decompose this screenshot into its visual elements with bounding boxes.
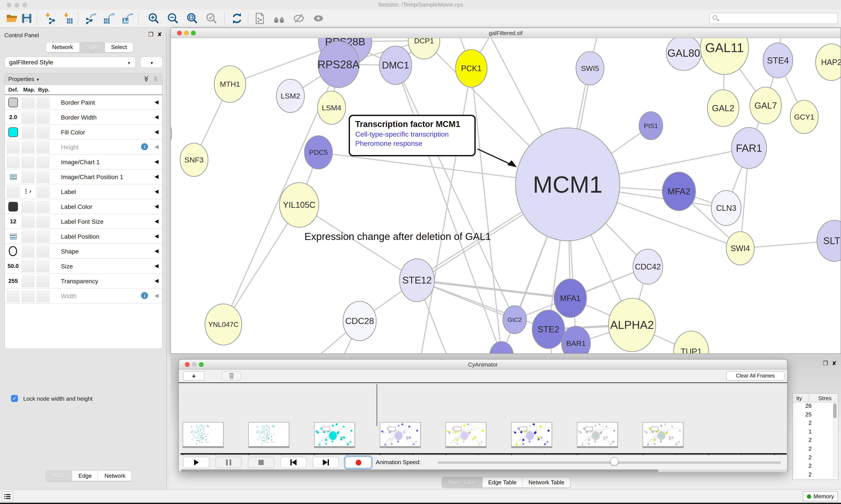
network-canvas[interactable]: RPS28BDCP1RPS28ADMC1PCK1MTH1LSM2LSM4SWI5… [171, 38, 841, 353]
frame-thumbnail-4[interactable] [446, 422, 487, 448]
skip-start-button[interactable] [280, 457, 307, 468]
zoom-fit-icon[interactable] [185, 11, 200, 26]
network-node-GAL80[interactable]: GAL80 [666, 38, 701, 71]
property-row-shape[interactable]: Shape◀ [5, 244, 162, 259]
expand-row-icon[interactable]: ◀ [155, 277, 159, 284]
table-row[interactable]: 1 [793, 428, 838, 437]
property-row-size[interactable]: 50.0Size◀ [5, 259, 162, 274]
network-node-GCY1[interactable]: GCY1 [790, 100, 818, 133]
table-scrollbar[interactable] [833, 403, 837, 478]
annotation-link[interactable]: Cell-type-specific transcription [355, 130, 469, 138]
network-node-GAL11[interactable]: GAL11 [700, 38, 749, 74]
table-row[interactable]: 2 [793, 445, 838, 454]
float-panel-icon[interactable]: ❐ [823, 360, 828, 366]
export-table-icon[interactable] [102, 11, 117, 26]
pause-button[interactable] [215, 457, 242, 468]
network-node-PIS1[interactable]: PIS1 [639, 112, 663, 140]
expand-row-icon[interactable]: ◀ [155, 263, 159, 269]
network-node-STE2[interactable]: STE2 [532, 310, 565, 348]
record-button[interactable] [345, 457, 372, 468]
collapse-all-icon[interactable]: ≫ [152, 75, 159, 82]
frame-thumbnail-3[interactable] [380, 422, 421, 448]
clear-all-frames-button[interactable]: Clear All Frames [726, 371, 785, 380]
cyanimator-hscrollbar[interactable] [180, 469, 787, 472]
import-table-icon[interactable] [60, 11, 75, 26]
network-node-SWI5[interactable]: SWI5 [576, 52, 604, 85]
tab-style[interactable]: Style [79, 42, 105, 52]
expand-row-icon[interactable]: ◀ [155, 248, 159, 254]
network-node-FAR1[interactable]: FAR1 [732, 127, 767, 168]
network-node-CLN3[interactable]: CLN3 [711, 191, 741, 226]
close-panel-icon[interactable]: ✘ [157, 31, 162, 38]
task-history-button[interactable] [2, 491, 13, 501]
tab-edge-table[interactable]: Edge Table [482, 477, 523, 487]
network-node-BAR1[interactable]: BAR1 [561, 326, 590, 353]
style-selector[interactable]: galFiltered Style ▼ [4, 56, 136, 68]
color-swatch[interactable] [8, 202, 18, 212]
network-node-MCM1[interactable]: MCM1 [516, 128, 620, 241]
property-row-label[interactable]: ⋮›Label◀ [5, 184, 162, 199]
expand-all-icon[interactable]: ≫ [143, 75, 150, 82]
network-node-STE12[interactable]: STE12 [399, 259, 434, 302]
property-row-label-color[interactable]: Label Color◀ [5, 199, 162, 214]
frame-thumbnail-6[interactable] [577, 422, 618, 448]
network-node-GAL2[interactable]: GAL2 [708, 90, 739, 127]
table-row[interactable]: 26 [793, 402, 838, 411]
cyanimator-titlebar[interactable]: CyAnimator [179, 360, 787, 370]
network-node-GIC2[interactable]: GIC2 [503, 306, 526, 334]
zoom-out-icon[interactable] [165, 11, 180, 26]
network-node-LSM2[interactable]: LSM2 [276, 79, 304, 112]
tab-network-style[interactable]: Network [99, 471, 131, 481]
color-swatch[interactable] [8, 127, 18, 137]
network-node-CDC28[interactable]: CDC28 [343, 301, 376, 341]
frame-thumbnail-7[interactable] [643, 422, 684, 448]
property-row-label-font-size[interactable]: 12Label Font Size◀ [5, 214, 162, 229]
network-node-STE4[interactable]: STE4 [763, 43, 793, 78]
export-image-icon[interactable] [120, 11, 135, 26]
lock-size-checkbox[interactable]: ✓ [11, 395, 18, 402]
style-options-button[interactable]: ▼ [140, 56, 162, 68]
cyanimator-timeline[interactable]: 0123456789 Seconds [179, 383, 787, 455]
network-node-HAP2[interactable]: HAP2 [816, 44, 841, 80]
expand-row-icon[interactable]: ◀ [155, 292, 159, 299]
frame-thumbnail-2[interactable] [314, 422, 355, 448]
stop-button[interactable] [248, 457, 274, 468]
table-row[interactable]: 2 [793, 463, 838, 471]
animation-speed-slider[interactable] [437, 462, 781, 464]
property-row-height[interactable]: Heighti◀ [5, 140, 162, 155]
expand-row-icon[interactable]: ◀ [155, 218, 159, 224]
network-node-DCP1[interactable]: DCP1 [408, 38, 440, 59]
property-row-image-chart-position-1[interactable]: Image/Chart Position 1◀ [5, 169, 162, 184]
network-node-unlabeled[interactable] [490, 342, 513, 353]
tab-network[interactable]: Network [46, 42, 79, 52]
network-node-SWI4[interactable]: SWI4 [726, 232, 754, 265]
animation-speed-handle[interactable] [610, 457, 619, 466]
properties-header[interactable]: Properties ▼ ≫ ≫ [5, 74, 162, 85]
property-row-border-width[interactable]: 2.0Border Width◀ [5, 110, 162, 125]
network-node-SLT2[interactable]: SLT2 [817, 220, 841, 262]
expand-row-icon[interactable]: ◀ [155, 144, 159, 150]
network-node-TUP1[interactable]: TUP1 [674, 331, 709, 353]
import-network-icon[interactable] [42, 11, 56, 26]
play-button[interactable] [183, 457, 209, 468]
tab-network-table[interactable]: Network Table [523, 477, 570, 487]
network-node-unlabeled[interactable] [171, 117, 172, 150]
network-node-YNL047C[interactable]: YNL047C [205, 304, 242, 345]
annotation-box[interactable]: Transcription factor MCM1 Cell-type-spec… [349, 115, 476, 156]
property-row-border-paint[interactable]: Border Paint◀ [5, 95, 162, 110]
expand-row-icon[interactable]: ◀ [155, 159, 159, 165]
network-node-RPS28A[interactable]: RPS28A [318, 41, 360, 88]
expand-row-icon[interactable]: ◀ [155, 174, 159, 180]
property-row-width[interactable]: Widthi◀ [5, 289, 162, 303]
expand-row-icon[interactable]: ◀ [155, 99, 159, 105]
expand-row-icon[interactable]: ◀ [155, 129, 159, 135]
property-row-image-chart-1[interactable]: Image/Chart 1◀ [5, 155, 162, 169]
table-row[interactable]: 25 [793, 411, 838, 419]
attribute-table-header[interactable]: ity Stres [793, 394, 838, 402]
expand-row-icon[interactable]: ◀ [155, 233, 159, 239]
memory-button[interactable]: Memory [803, 491, 838, 501]
expand-row-icon[interactable]: ◀ [155, 114, 159, 120]
frame-thumbnail-0[interactable] [183, 422, 224, 448]
search-input[interactable] [720, 14, 834, 23]
expand-row-icon[interactable]: ◀ [155, 188, 159, 194]
